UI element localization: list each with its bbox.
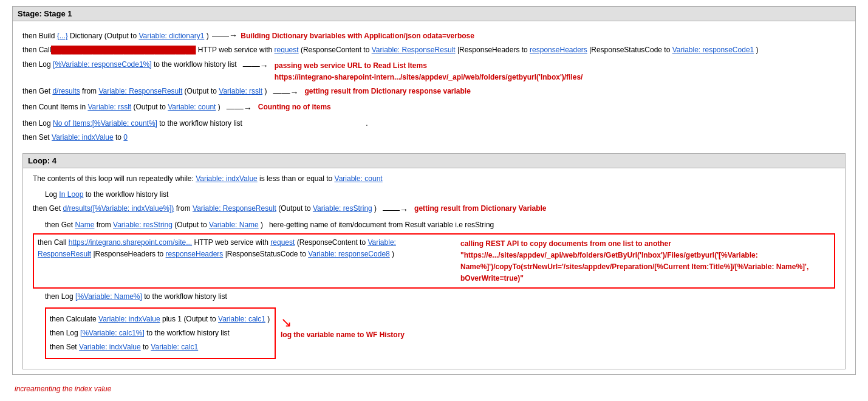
workflow-line-4: then Get d/results from Variable: Respon… <box>22 86 846 99</box>
bottom-note: increamenting the index value <box>15 385 856 393</box>
annotation-line1: Building Dictionary bvariables with Appl… <box>241 32 474 40</box>
workflow-line-6: then Log No of Items:[%Variable: count%]… <box>22 118 846 129</box>
loop-header: Loop: 4 <box>23 154 845 168</box>
loop-line-7: then Log [%Variable: calc1%] to the work… <box>50 327 271 339</box>
loop-line-4: then Call https://integrano.sharepoint.c… <box>33 233 835 289</box>
line3-content: then Log [%Variable: responseCode1%] to … <box>22 59 237 70</box>
annotation-lline4: calling REST API to copy documents from … <box>460 237 830 285</box>
link-log-count[interactable]: No of Items:[%Variable: count%] <box>53 119 157 128</box>
link-rsslt[interactable]: Variable: rsslt <box>219 87 262 95</box>
annotation-lline-group: log the variable name to WF History <box>281 331 405 339</box>
arrow-1: ——→ <box>212 29 238 42</box>
workflow-line-1: then Build {...} Dictionary (Output to V… <box>22 29 846 42</box>
loop-line-1: Log In Loop to the workflow history list <box>45 189 835 200</box>
link-response-code-1[interactable]: Variable: responseCode1 <box>672 46 754 54</box>
loop-content: The contents of this loop will run repea… <box>23 168 845 369</box>
line2-text: then Call████████████████████████████ HT… <box>22 46 759 54</box>
link-in-loop[interactable]: In Loop <box>59 190 83 199</box>
line7-text: then Set Variable: indxValue to 0 <box>22 133 128 142</box>
line4-text: then Get d/results from Variable: Respon… <box>22 87 267 95</box>
lline4-text: then Call https://integrano.sharepoint.c… <box>38 238 396 258</box>
link-resstring[interactable]: Variable: resString <box>313 204 372 213</box>
loop-line-6: then Calculate Variable: indxValue plus … <box>50 314 271 325</box>
lline2-content: then Get d/results([%Variable: indxValue… <box>33 203 377 214</box>
link-response-result-2[interactable]: Variable: ResponseResult <box>98 87 182 95</box>
arrow-4: ——→ <box>273 86 298 99</box>
line1-text: then Build {...} Dictionary (Output to V… <box>22 32 211 40</box>
link-name-get[interactable]: Name <box>75 221 94 229</box>
loop-line-2: then Get d/results([%Variable: indxValue… <box>33 203 835 216</box>
annotation-lline4c: Name%]')/copyTo(strNewUrl='/sites/appdev… <box>460 261 830 284</box>
link-http-url-2[interactable]: https://integrano.sharepoint.com/site... <box>69 238 192 247</box>
arrow-5: ——→ <box>227 101 252 115</box>
lline4-content: then Call https://integrano.sharepoint.c… <box>38 237 451 260</box>
arrow-lline2: ——→ <box>383 203 408 216</box>
arrow-down-right: ↘ <box>281 316 292 329</box>
stage-title: Stage: Stage 1 <box>18 9 72 18</box>
link-http-url-redacted[interactable]: ████████████████████████████ <box>51 46 196 54</box>
group-annotation-area: ↘ log the variable name to WF History <box>281 305 405 339</box>
workflow-line-3: then Log [%Variable: responseCode1%] to … <box>22 59 846 83</box>
link-dresults[interactable]: d/results <box>52 87 80 95</box>
link-indxvalue-cond[interactable]: Variable: indxValue <box>196 174 258 183</box>
link-calc1-set[interactable]: Variable: calc1 <box>151 343 198 351</box>
link-response-headers-2[interactable]: responseHeaders <box>166 250 224 258</box>
line4-content: then Get d/results from Variable: Respon… <box>22 86 267 97</box>
annotation-lline4a: calling REST API to copy documents from … <box>460 238 830 250</box>
stage-box: Stage: Stage 1 then Build {...} Dictiona… <box>12 6 856 375</box>
line3-text: then Log [%Variable: responseCode1%] to … <box>22 60 237 69</box>
lline3-text: then Get Name from Variable: resString (… <box>45 221 494 229</box>
link-name-log[interactable]: [%Variable: Name%] <box>75 292 142 301</box>
dot-separator: . <box>366 119 367 128</box>
stage-header: Stage: Stage 1 <box>13 7 855 21</box>
annotation-line3: passing web service URL to Read List Ite… <box>275 59 583 83</box>
lline7-text: then Log [%Variable: calc1%] to the work… <box>50 329 230 337</box>
link-zero[interactable]: 0 <box>123 133 128 142</box>
loop-title: Loop: 4 <box>28 156 56 165</box>
annotation-line4: getting result from Dictionary response … <box>304 86 470 97</box>
link-dict-braces[interactable]: {...} <box>57 32 68 40</box>
loop-line-8: then Set Variable: indxValue to Variable… <box>50 341 271 353</box>
link-count-cond[interactable]: Variable: count <box>335 174 383 183</box>
link-calc1-log[interactable]: [%Variable: calc1%] <box>80 329 145 337</box>
annotation-line3b: https://integrano-sharepoint-intern.../s… <box>275 72 583 83</box>
link-rsslt-count[interactable]: Variable: rsslt <box>87 103 131 111</box>
lline5-text: then Log [%Variable: Name%] to the workf… <box>45 291 227 303</box>
link-request-2[interactable]: request <box>270 238 295 247</box>
line5-text: then Count Items in Variable: rsslt (Out… <box>22 103 220 111</box>
link-response-headers-1[interactable]: responseHeaders <box>530 46 587 54</box>
loop-box: Loop: 4 The contents of this loop will r… <box>22 153 846 369</box>
link-indxvalue-set[interactable]: Variable: indxValue <box>52 133 114 142</box>
link-count-var[interactable]: Variable: count <box>168 103 216 111</box>
loop-description: The contents of this loop will run repea… <box>33 173 835 184</box>
link-name-var[interactable]: Variable: Name <box>209 221 259 229</box>
loop-line-3: then Get Name from Variable: resString (… <box>45 219 835 231</box>
lline-group-wrapper: then Calculate Variable: indxValue plus … <box>45 305 835 362</box>
link-dresults-indexed[interactable]: d/results([%Variable: indxValue%]) <box>63 204 174 213</box>
link-response-code-8[interactable]: Variable: responseCode8 <box>308 250 390 258</box>
loop-line-group: then Calculate Variable: indxValue plus … <box>45 307 276 360</box>
annotation-lline4b: "https://e.../sites/appdev/_api/web/fold… <box>460 250 830 261</box>
workflow-line-5: then Count Items in Variable: rsslt (Out… <box>22 101 846 115</box>
link-dict-var[interactable]: Variable: dictionary1 <box>138 32 204 40</box>
annotation-line3a: passing web service URL to Read List Ite… <box>275 60 583 72</box>
outer-container: Stage: Stage 1 then Build {...} Dictiona… <box>0 0 868 399</box>
annotation-line5: Counting no of items <box>258 101 331 113</box>
link-indxvalue-calc[interactable]: Variable: indxValue <box>98 315 160 323</box>
link-resstring-2[interactable]: Variable: resString <box>113 221 173 229</box>
link-indxvalue-set2[interactable]: Variable: indxValue <box>79 343 141 351</box>
workflow-line-2: then Call████████████████████████████ HT… <box>22 44 846 56</box>
lline1-text: Log In Loop to the workflow history list <box>45 190 168 199</box>
stage-content: then Build {...} Dictionary (Output to V… <box>13 21 855 374</box>
lline2-text: then Get d/results([%Variable: indxValue… <box>33 204 377 213</box>
link-request-1[interactable]: request <box>275 46 299 54</box>
lline6-text: then Calculate Variable: indxValue plus … <box>50 315 270 323</box>
arrow-3: ——→ <box>243 59 268 72</box>
line6-text: then Log No of Items:[%Variable: count%]… <box>22 119 244 128</box>
link-calc1-var[interactable]: Variable: calc1 <box>218 315 265 323</box>
lline8-text: then Set Variable: indxValue to Variable… <box>50 343 198 351</box>
loop-line-5: then Log [%Variable: Name%] to the workf… <box>45 291 835 303</box>
link-response-result-3[interactable]: Variable: ResponseResult <box>193 204 276 213</box>
link-response-result-1[interactable]: Variable: ResponseResult <box>372 46 456 54</box>
link-response-code-log[interactable]: [%Variable: responseCode1%] <box>53 60 152 69</box>
